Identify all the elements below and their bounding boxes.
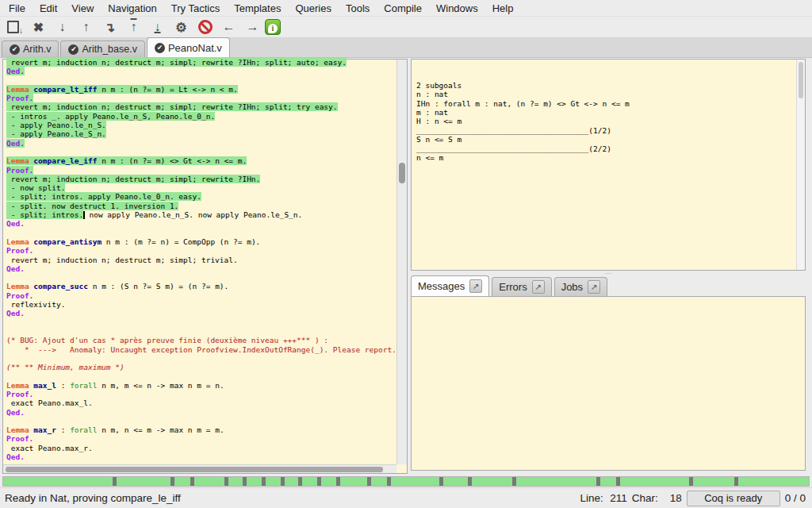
progress-tick: [367, 477, 371, 486]
forward-one-icon[interactable]: ↓: [51, 17, 74, 37]
jobs-counter: 0 / 0: [785, 492, 806, 504]
code-line: Proof.: [6, 390, 396, 398]
detach-icon[interactable]: ↗: [469, 279, 482, 293]
progress-tick: [616, 477, 620, 486]
start-icon[interactable]: ↑: [122, 17, 145, 37]
code-line: exact Peano.max_r.: [6, 444, 396, 452]
progress-tick: [468, 477, 472, 486]
go-to-cursor-icon[interactable]: ↴: [98, 17, 121, 37]
code-line: Proof.: [6, 246, 396, 255]
progress-tick: [387, 477, 391, 486]
code-line: revert m; induction n; destruct m; simpl…: [6, 102, 396, 111]
code-line: * ---> Anomaly: Uncaught exception Proof…: [6, 345, 396, 354]
progress-tick: [317, 477, 321, 486]
gears-icon[interactable]: ⚙: [170, 17, 193, 37]
code-line: (** ** Minimum, maximum *): [6, 363, 396, 371]
code-line: [6, 273, 396, 282]
script-editor-pane: revert m; induction n; destruct m; simpl…: [2, 59, 408, 474]
editor-horizontal-scrollbar-thumb[interactable]: [6, 467, 383, 472]
code-line: Proof.: [6, 291, 396, 300]
tab-label: PeanoNat.v: [168, 42, 222, 54]
goal-line: ______________________________________(2…: [416, 144, 800, 153]
progress-tick: [596, 477, 600, 486]
menu-compile[interactable]: Compile: [377, 2, 429, 15]
tab-errors[interactable]: Errors↗: [492, 277, 551, 296]
status-bar: Ready in Nat, proving compare_le_iff Lin…: [0, 487, 812, 508]
save-icon[interactable]: [3, 17, 26, 37]
code-line: Qed.: [6, 452, 396, 461]
menu-help[interactable]: Help: [485, 2, 521, 15]
progress-tick: [113, 477, 117, 486]
about-icon[interactable]: [265, 19, 281, 35]
goal-line: m : nat: [416, 108, 800, 117]
previous-icon[interactable]: ←: [217, 17, 240, 37]
goals-scrollbar[interactable]: [796, 60, 805, 270]
goal-line: S n <= S m: [416, 135, 800, 144]
coqide-window: { "menu": { "items": ["File","Edit","Vie…: [0, 0, 812, 508]
progress-tick: [734, 477, 738, 486]
tab-arith-v[interactable]: ✔Arith.v: [2, 40, 59, 57]
code-line: [6, 318, 396, 327]
detach-icon[interactable]: ↗: [532, 280, 545, 294]
goals-scrollbar-thumb[interactable]: [799, 62, 803, 98]
end-icon[interactable]: ↓: [146, 17, 169, 37]
code-line: revert m; induction n; destruct m; simpl…: [6, 256, 396, 264]
goal-line: H : n <= m: [416, 117, 800, 125]
menu-try-tactics[interactable]: Try Tactics: [164, 2, 227, 15]
menu-templates[interactable]: Templates: [227, 2, 288, 15]
interrupt-icon[interactable]: [193, 17, 216, 37]
detach-icon[interactable]: ↗: [588, 280, 600, 294]
menu-view[interactable]: View: [64, 2, 101, 15]
char-label: Char:: [632, 492, 658, 504]
code-line: Qed.: [6, 264, 396, 273]
goal-line: n <= m: [416, 153, 800, 162]
tab-label: Messages: [418, 280, 465, 292]
code-line: [6, 371, 396, 380]
tab-messages[interactable]: Messages↗: [411, 275, 489, 296]
code-line: - now split.: [6, 183, 396, 192]
editor-horizontal-scrollbar[interactable]: [3, 464, 396, 473]
code-line: Lemma compare_succ n m : (S n ?= S m) = …: [6, 282, 396, 291]
code-line: exact Peano.max_l.: [6, 398, 396, 407]
goals-text: 2 subgoalsn : natIHn : forall m : nat, (…: [416, 81, 800, 163]
code-line: Qed.: [6, 67, 396, 75]
status-message: Ready in Nat, proving compare_le_iff: [5, 492, 181, 504]
char-number: 18: [663, 492, 682, 504]
tab-label: Arith.v: [23, 44, 51, 55]
tab-jobs[interactable]: Jobs↗: [554, 277, 607, 296]
code-line: Proof.: [6, 166, 396, 175]
code-line: (* BUG: Ajout d'un cas * après preuve fi…: [6, 336, 396, 344]
code-line: Proof.: [6, 94, 396, 102]
editor-code[interactable]: revert m; induction n; destruct m; simpl…: [3, 56, 396, 464]
code-line: Qed.: [6, 139, 396, 148]
editor-vertical-scrollbar-thumb[interactable]: [399, 163, 405, 183]
menu-file[interactable]: File: [2, 2, 33, 15]
next-icon[interactable]: →: [241, 17, 264, 37]
code-line: Lemma compare_lt_iff n m : (n ?= m) = Lt…: [6, 85, 396, 94]
code-line: Lemma compare_antisym n m : (m ?= n) = C…: [6, 237, 396, 246]
backward-one-icon[interactable]: ↑: [75, 17, 98, 37]
editor-vertical-scrollbar[interactable]: [396, 60, 407, 464]
close-icon[interactable]: ✖: [27, 17, 50, 37]
tab-arith_base-v[interactable]: ✔Arith_base.v: [60, 40, 144, 57]
code-line: Lemma compare_le_iff n m : (n ?= m) <> G…: [6, 156, 396, 165]
code-line: - intros _. apply Peano.le_n_S, Peano.le…: [6, 112, 396, 121]
menu-edit[interactable]: Edit: [33, 2, 64, 15]
menu-windows[interactable]: Windows: [429, 2, 485, 15]
tab-peanonat-v[interactable]: ✔PeanoNat.v: [147, 37, 230, 57]
goals-pane: 2 subgoalsn : natIHn : forall m : nat, (…: [411, 59, 806, 271]
code-line: revert m; induction n; destruct m; simpl…: [6, 175, 396, 183]
coq-state-button[interactable]: Coq is ready: [687, 491, 780, 506]
tab-check-icon: ✔: [10, 44, 20, 55]
code-line: [6, 148, 396, 156]
code-line: [6, 417, 396, 425]
code-line: - split; intros. apply Peano.le_0_n. eas…: [6, 192, 396, 201]
menu-navigation[interactable]: Navigation: [101, 2, 163, 15]
progress-tick: [190, 477, 194, 486]
goal-line: ______________________________________(1…: [416, 126, 800, 135]
menu-bar: FileEditViewNavigationTry TacticsTemplat…: [0, 0, 812, 17]
code-line: reflexivity.: [6, 300, 396, 309]
menu-tools[interactable]: Tools: [339, 2, 377, 15]
messages-tab-bar: Messages↗Errors↗Jobs↗: [411, 275, 610, 296]
menu-queries[interactable]: Queries: [288, 2, 339, 15]
